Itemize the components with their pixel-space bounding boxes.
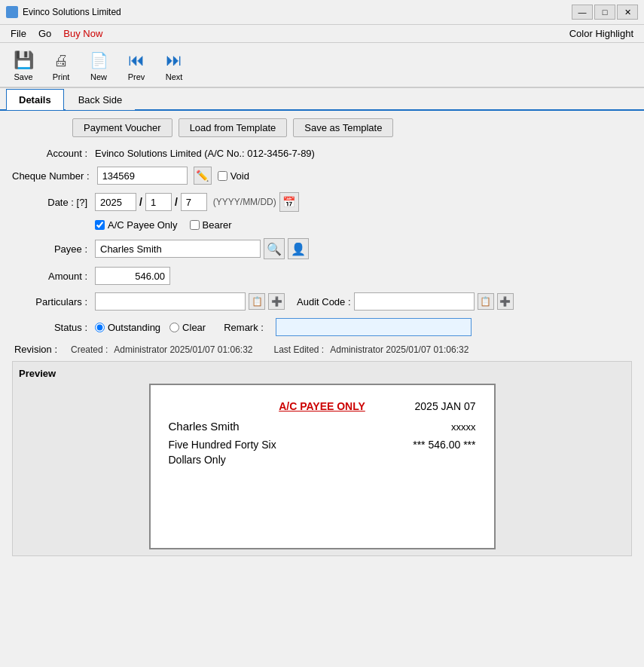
prev-label: Prev [128, 72, 145, 81]
app-title: Evinco Solutions Limited [23, 7, 121, 17]
prev-icon: ⏮ [124, 48, 148, 72]
payee-label: Payee : [12, 243, 95, 255]
amount-input[interactable] [95, 267, 170, 285]
cheque-number-row: Cheque Number : ✏️ Void [12, 167, 632, 185]
preview-section: Preview A/C PAYEE ONLY 2025 JAN 07 Charl… [12, 361, 632, 556]
bearer-checkbox[interactable] [190, 220, 200, 230]
clear-radio[interactable] [169, 323, 179, 332]
status-controls: Outstanding Clear Remark : [95, 318, 472, 336]
menu-bar: File Go Buy Now Color Highlight [0, 25, 644, 43]
cheque-number-label: Cheque Number : [12, 170, 97, 182]
cheque-number-input[interactable] [97, 167, 188, 185]
calendar-button[interactable]: 📅 [279, 192, 299, 212]
date-day-input[interactable] [181, 193, 207, 211]
next-label: Next [166, 72, 183, 81]
next-icon: ⏭ [162, 48, 186, 72]
print-icon: 🖨 [49, 48, 73, 72]
audit-copy-button[interactable]: 📋 [478, 293, 494, 310]
cheque-dollars-only: Dollars Only [169, 454, 476, 466]
payee-input[interactable] [95, 240, 261, 258]
cheque-date: 2025 JAN 07 [415, 400, 476, 412]
particulars-label: Particulars : [12, 296, 95, 307]
cheque-number-controls: ✏️ Void [97, 167, 249, 185]
void-checkbox-label[interactable]: Void [218, 170, 249, 182]
payment-voucher-button[interactable]: Payment Voucher [72, 118, 172, 137]
ac-payee-only-label[interactable]: A/C Payee Only [95, 219, 178, 231]
particulars-input[interactable] [95, 292, 246, 311]
tab-back-side[interactable]: Back Side [66, 89, 136, 110]
status-label: Status : [12, 322, 95, 333]
save-button[interactable]: 💾 Save [6, 46, 41, 84]
print-label: Print [53, 72, 70, 81]
audit-add-button[interactable]: ➕ [497, 293, 514, 310]
cheque-payee-line: Charles Smith xxxxx [169, 420, 476, 433]
date-row: Date : [?] / / (YYYY/MM/DD) 📅 [12, 192, 632, 212]
particulars-add-button[interactable]: ➕ [268, 293, 285, 310]
menu-go[interactable]: Go [34, 26, 56, 41]
bearer-label[interactable]: Bearer [190, 219, 232, 231]
tab-details[interactable]: Details [6, 89, 64, 110]
date-year-input[interactable] [95, 193, 136, 211]
new-icon: 📄 [87, 48, 111, 72]
void-checkbox[interactable] [218, 171, 227, 181]
new-label: New [90, 72, 107, 81]
outstanding-radio-label[interactable]: Outstanding [95, 322, 160, 333]
revision-label: Revision : [12, 344, 65, 355]
load-from-template-button[interactable]: Load from Template [179, 118, 288, 137]
date-month-input[interactable] [145, 193, 172, 211]
minimize-button[interactable]: — [572, 5, 593, 20]
form-area: Payment Voucher Load from Template Save … [12, 118, 632, 556]
amount-label: Amount : [12, 271, 95, 282]
cheque-payee-name: Charles Smith [169, 420, 240, 433]
remark-input[interactable] [276, 318, 472, 336]
cheque-amount-line: Five Hundred Forty Six *** 546.00 *** [169, 439, 476, 451]
prev-button[interactable]: ⏮ Prev [119, 46, 154, 84]
cheque-amount-num: *** 546.00 *** [413, 439, 475, 451]
date-format-hint: (YYYY/MM/DD) [213, 197, 276, 207]
title-bar: Evinco Solutions Limited — □ ✕ [0, 0, 644, 25]
clear-radio-label[interactable]: Clear [169, 322, 206, 333]
preview-label: Preview [19, 368, 625, 379]
created-label: Created : [71, 344, 108, 355]
search-payee-button[interactable]: 🔍 [264, 238, 285, 259]
cheque-amount-words: Five Hundred Forty Six [169, 439, 276, 451]
close-button[interactable]: ✕ [617, 5, 638, 20]
date-sep-1: / [139, 196, 142, 208]
maximize-button[interactable]: □ [594, 5, 615, 20]
date-label: Date : [?] [12, 197, 95, 208]
payee-row: Payee : 🔍 👤 [12, 238, 632, 259]
remark-label: Remark : [224, 322, 264, 333]
particulars-row: Particulars : 📋 ➕ Audit Code : 📋 ➕ [12, 292, 632, 311]
account-value: Evinco Solutions Limited (A/C No.: 012-3… [95, 148, 315, 159]
menu-file[interactable]: File [6, 26, 31, 41]
outstanding-radio[interactable] [95, 323, 105, 332]
tabs-container: Details Back Side [0, 88, 644, 111]
add-payee-button[interactable]: 👤 [288, 238, 309, 259]
edit-cheque-button[interactable]: ✏️ [194, 167, 212, 185]
particulars-copy-button[interactable]: 📋 [249, 293, 265, 310]
save-as-template-button[interactable]: Save as Template [293, 118, 393, 137]
action-buttons-row: Payment Voucher Load from Template Save … [72, 118, 632, 137]
menu-buy-now[interactable]: Buy Now [59, 26, 107, 41]
color-highlight-label: Color Highlight [565, 26, 638, 41]
revision-row: Revision : Created : Administrator 2025/… [12, 344, 632, 355]
date-sep-2: / [175, 196, 178, 208]
status-row: Status : Outstanding Clear Remark : [12, 318, 632, 336]
created-value: Administrator 2025/01/07 01:06:32 [114, 344, 252, 355]
amount-row: Amount : [12, 267, 632, 285]
new-button[interactable]: 📄 New [81, 46, 116, 84]
app-icon [6, 6, 18, 18]
toolbar: 💾 Save 🖨 Print 📄 New ⏮ Prev ⏭ Next [0, 43, 644, 88]
particulars-controls: 📋 ➕ [95, 292, 285, 311]
payee-controls: 🔍 👤 [95, 238, 309, 259]
last-edited-value: Administrator 2025/01/07 01:06:32 [330, 344, 469, 355]
save-icon: 💾 [11, 48, 35, 72]
next-button[interactable]: ⏭ Next [157, 46, 191, 84]
audit-code-input[interactable] [354, 292, 475, 311]
ac-payee-only-checkbox[interactable] [95, 220, 105, 230]
cheque-xxxx: xxxxx [451, 421, 476, 433]
payee-type-row: A/C Payee Only Bearer [95, 219, 632, 231]
print-button[interactable]: 🖨 Print [44, 46, 78, 84]
account-label: Account : [12, 148, 95, 159]
save-label: Save [14, 72, 32, 81]
